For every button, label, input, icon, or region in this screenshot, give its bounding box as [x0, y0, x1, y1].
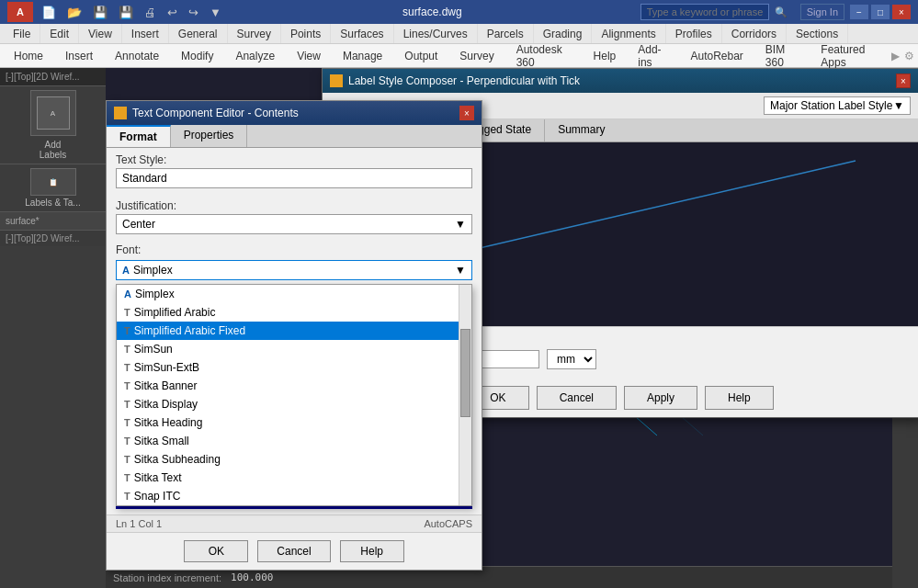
composer-cancel-button[interactable]: Cancel: [537, 386, 617, 410]
label-composer-title: Label Style Composer - Perpendicular wit…: [348, 74, 580, 87]
save-as-button[interactable]: 💾: [116, 6, 136, 19]
text-style-input[interactable]: [116, 168, 472, 188]
font-ttf-icon-11: T: [124, 491, 130, 502]
minimize-button[interactable]: −: [850, 5, 868, 19]
menu-general[interactable]: General: [169, 24, 228, 43]
menu-edit[interactable]: Edit: [40, 24, 79, 43]
cursor-position: Ln 1 Col 1: [116, 518, 162, 529]
font-ttf-icon: T: [124, 307, 130, 318]
style-dropdown[interactable]: Major Station Label Style ▼: [764, 96, 911, 115]
ribbon-annotate[interactable]: Annotate: [105, 47, 169, 65]
editor-help-button[interactable]: Help: [340, 540, 404, 562]
editor-icon: [114, 107, 127, 119]
ribbon-featured-apps[interactable]: Featured Apps: [810, 40, 890, 72]
font-item-simplified-arabic[interactable]: T Simplified Arabic: [117, 303, 471, 322]
ribbon-settings[interactable]: ⚙: [904, 50, 914, 62]
print-button[interactable]: 🖨: [142, 6, 159, 19]
title-bar: A 📄 📂 💾 💾 🖨 ↩ ↪ ▼ surface.dwg 🔍 Sign In …: [0, 0, 918, 24]
menu-file[interactable]: File: [4, 24, 40, 43]
view-mode: [-][Top][2D Wiref...: [0, 231, 106, 246]
font-list-scrollbar-thumb: [460, 329, 470, 417]
close-button[interactable]: ×: [892, 5, 911, 19]
font-item-sitka-subheading[interactable]: T Sitka Subheading: [117, 450, 471, 469]
justification-select[interactable]: Center ▼: [116, 214, 472, 234]
justification-value: Center: [122, 218, 155, 231]
ribbon-bar: Home Insert Annotate Modify Analyze View…: [0, 44, 918, 68]
new-button[interactable]: 📄: [39, 6, 59, 19]
menu-surfaces[interactable]: Surfaces: [331, 24, 393, 43]
menu-points[interactable]: Points: [281, 24, 331, 43]
font-item-snap-itc[interactable]: T Snap ITC: [117, 487, 471, 505]
more-button[interactable]: ▼: [207, 6, 224, 19]
undo-button[interactable]: ↩: [164, 6, 180, 19]
ribbon-360[interactable]: Autodesk 360: [506, 40, 582, 72]
font-item-sitka-small[interactable]: T Sitka Small: [117, 432, 471, 450]
ribbon-home[interactable]: Home: [4, 47, 53, 65]
editor-title: Text Component Editor - Contents: [132, 107, 299, 119]
open-button[interactable]: 📂: [64, 6, 85, 19]
font-item-sitka-banner[interactable]: T Sitka Banner: [117, 377, 471, 395]
restore-button[interactable]: □: [871, 5, 890, 19]
font-dropdown-arrow: ▼: [455, 264, 466, 277]
station-index-label: Station index increment:: [113, 572, 221, 583]
redo-button[interactable]: ↪: [186, 6, 201, 19]
ribbon-bim360[interactable]: BIM 360: [755, 40, 809, 72]
editor-titlebar: Text Component Editor - Contents ×: [107, 101, 482, 125]
font-item-simplified-arabic-fixed[interactable]: T Simplified Arabic Fixed: [117, 322, 471, 340]
font-ttf-icon-5: T: [124, 380, 130, 391]
font-ttf-icon-8: T: [124, 435, 130, 447]
tab-summary[interactable]: Summary: [545, 119, 618, 141]
tab-format[interactable]: Format: [107, 125, 171, 147]
ribbon-manage[interactable]: Manage: [333, 47, 392, 65]
cad-viewport: 0+050 0+060 0+070 0+080 0+090 WCS TOP W …: [106, 68, 918, 588]
ribbon-help[interactable]: Help: [584, 47, 627, 65]
editor-status-bar: Ln 1 Col 1 AutoCAPS: [107, 514, 482, 532]
ribbon-survey[interactable]: Survey: [449, 47, 504, 65]
ribbon-insert[interactable]: Insert: [55, 47, 103, 65]
ribbon-more[interactable]: ▶: [891, 50, 900, 62]
window-title: surface.dwg: [230, 6, 635, 18]
editor-close-button[interactable]: ×: [459, 106, 474, 120]
font-select[interactable]: A Simplex ▼: [116, 260, 472, 280]
font-list-scrollbar[interactable]: [459, 285, 471, 505]
dropdown-arrow: ▼: [893, 99, 904, 112]
ribbon-addins[interactable]: Add-ins: [628, 40, 678, 72]
editor-action-buttons: OK Cancel Help: [107, 532, 482, 570]
justification-arrow: ▼: [455, 218, 466, 231]
menu-survey[interactable]: Survey: [228, 24, 281, 43]
label-composer-close[interactable]: ×: [896, 74, 911, 88]
tab-properties[interactable]: Properties: [171, 125, 248, 147]
font-ttf-icon-7: T: [124, 417, 130, 428]
search-input[interactable]: [640, 4, 769, 20]
composer-apply-button[interactable]: Apply: [624, 386, 697, 410]
font-item-sitka-display[interactable]: T Sitka Display: [117, 395, 471, 413]
save-button[interactable]: 💾: [90, 6, 110, 19]
font-item-simsun[interactable]: T SimSun: [117, 340, 471, 358]
font-item-simplex[interactable]: A Simplex: [117, 285, 471, 303]
justification-label: Justification:: [116, 199, 472, 212]
font-item-simsun-extb[interactable]: T SimSun-ExtB: [117, 358, 471, 377]
composer-help-button[interactable]: Help: [705, 386, 774, 410]
ribbon-autorebar[interactable]: AutoRebar: [680, 47, 753, 65]
font-label-group: Font:: [107, 240, 482, 260]
ribbon-view[interactable]: View: [287, 47, 331, 65]
editor-cancel-button[interactable]: Cancel: [257, 540, 330, 562]
menu-view[interactable]: View: [79, 24, 122, 43]
font-ttf-icon-4: T: [124, 362, 130, 373]
ribbon-output[interactable]: Output: [394, 47, 448, 65]
ribbon-analyze[interactable]: Analyze: [225, 47, 285, 65]
menu-insert[interactable]: Insert: [122, 24, 169, 43]
search-icon: 🔍: [775, 6, 788, 18]
font-selected-value: Simplex: [133, 264, 173, 277]
font-item-sitka-heading[interactable]: T Sitka Heading: [117, 413, 471, 432]
sign-in-button[interactable]: Sign In: [800, 4, 844, 20]
font-ttf-icon-2: T: [124, 325, 130, 336]
ribbon-modify[interactable]: Modify: [171, 47, 223, 65]
font-list: A Simplex T Simplified Arabic T Simplifi…: [116, 284, 472, 506]
menu-lines[interactable]: Lines/Curves: [394, 24, 478, 43]
editor-ok-button[interactable]: OK: [184, 540, 248, 562]
max-width-unit-select[interactable]: mm in: [547, 349, 596, 369]
font-item-sitka-text[interactable]: T Sitka Text: [117, 469, 471, 487]
text-style-group: Text Style:: [107, 148, 482, 194]
app-button[interactable]: A: [7, 2, 33, 22]
